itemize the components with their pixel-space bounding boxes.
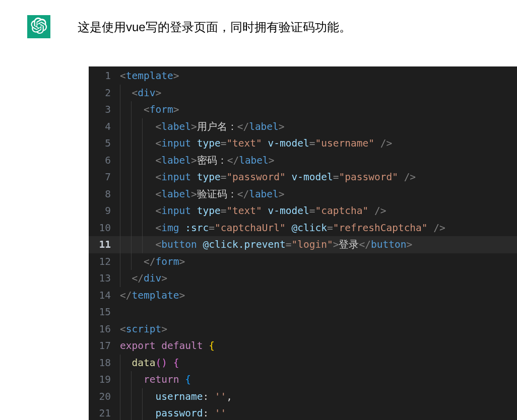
code-content[interactable]: </div> [120,270,517,287]
code-content[interactable]: <input type="text" v-model="captcha" /> [120,202,517,220]
token-tag: template [126,70,173,82]
token-punct: </ [237,188,249,200]
code-content[interactable]: <script> [120,321,517,338]
code-line[interactable]: 9 <input type="text" v-model="captcha" /… [89,202,517,220]
code-line[interactable]: 11 <button @click.prevent="login">登录</bu… [89,236,517,253]
token-punct: /> [433,222,445,234]
line-number: 11 [89,236,120,253]
code-content[interactable]: <template> [120,67,517,85]
code-line[interactable]: 1<template> [89,67,517,85]
token-attr: v-model [292,171,333,183]
token-punct: > [269,155,275,166]
token-txt [262,137,268,149]
token-punct: </ [144,256,155,267]
code-line[interactable]: 19 return { [89,371,517,388]
code-content[interactable]: </form> [120,253,517,270]
code-line[interactable]: 21 password: '' [89,405,517,420]
code-content[interactable]: export default { [120,337,517,355]
indent-pad [120,407,155,419]
token-punct: > [279,188,285,200]
code-block[interactable]: 1<template>2 <div>3 <form>4 <label>用户名：<… [89,66,517,420]
token-txt [191,205,197,217]
indent-guide [120,152,120,169]
code-content[interactable]: data() { [120,355,517,372]
code-line[interactable]: 6 <label>密码：</label> [89,152,517,169]
token-tag: form [155,256,179,267]
code-content[interactable]: <label>验证码：</label> [120,186,517,203]
line-number: 10 [89,220,120,237]
indent-pad [120,137,155,149]
indent-guide [131,388,132,405]
token-tag: label [161,121,191,132]
code-line[interactable]: 13 </div> [89,270,517,287]
code-line[interactable]: 16<script> [89,321,517,338]
token-punct: = [221,205,227,217]
code-line[interactable]: 18 data() { [89,355,517,372]
code-line[interactable]: 5 <input type="text" v-model="username" … [89,135,517,152]
line-number: 21 [89,405,120,420]
token-tag: label [239,155,269,166]
indent-guide [142,388,143,405]
indent-guide [131,118,132,135]
code-content[interactable]: password: '' [120,405,517,420]
token-str: "captcha" [315,205,369,217]
token-txt: 用户名： [197,121,237,132]
token-punct: </ [120,290,132,301]
indent-guide [142,220,143,237]
token-brace: { [209,340,215,352]
token-var: username [155,391,203,402]
code-line[interactable]: 2 <div> [89,85,517,102]
code-line[interactable]: 15 [89,304,517,321]
code-line[interactable]: 8 <label>验证码：</label> [89,186,517,203]
indent-guide [142,202,143,220]
code-content[interactable]: <button @click.prevent="login">登录</butto… [120,236,517,253]
code-line[interactable]: 7 <input type="password" v-model="passwo… [89,169,517,186]
token-punct: < [155,239,161,250]
token-punct: > [161,323,167,335]
indent-guide [131,152,132,169]
code-content[interactable]: </template> [120,287,517,304]
token-attr: v-model [268,205,309,217]
code-content[interactable]: <input type="text" v-model="username" /> [120,135,517,152]
code-content[interactable]: <label>密码：</label> [120,152,517,169]
code-line[interactable]: 14</template> [89,287,517,304]
token-str: "password" [339,171,398,183]
token-brace3: { [185,374,191,385]
token-punct: </ [237,121,249,132]
token-punct: > [191,188,197,200]
indent-guide [142,118,143,135]
indent-pad [120,171,155,183]
code-content[interactable]: return { [120,371,517,388]
indent-guide [131,186,132,203]
token-punct: < [120,70,126,82]
code-content[interactable]: <form> [120,101,517,118]
assistant-message-text[interactable]: 这是使用vue写的登录页面，同时拥有验证码功能。 [78,15,351,36]
token-txt: 登录 [339,239,359,250]
code-line[interactable]: 3 <form> [89,101,517,118]
token-str: "text" [226,137,262,149]
line-number: 4 [89,118,120,135]
token-str: "password" [226,171,285,183]
indent-pad [120,205,155,217]
code-content[interactable]: username: '', [120,388,517,405]
indent-guide [120,169,120,186]
code-line[interactable]: 10 <img :src="captchaUrl" @click="refres… [89,220,517,237]
token-punct: </ [359,239,370,250]
token-punct: = [327,222,333,234]
code-content[interactable]: <div> [120,85,517,102]
code-content[interactable]: <img :src="captchaUrl" @click="refreshCa… [120,220,517,237]
token-attr: type [197,205,221,217]
indent-guide [120,405,120,420]
openai-logo-icon [30,17,47,36]
code-line[interactable]: 17export default { [89,337,517,355]
indent-guide [120,85,120,102]
indent-guide [131,135,132,152]
token-punct: > [191,121,197,132]
code-line[interactable]: 20 username: '', [89,388,517,405]
code-line[interactable]: 12 </form> [89,253,517,270]
code-content[interactable]: <input type="password" v-model="password… [120,169,517,186]
token-tag: input [161,205,191,217]
token-punct: > [179,290,185,301]
code-content[interactable]: <label>用户名：</label> [120,118,517,135]
code-line[interactable]: 4 <label>用户名：</label> [89,118,517,135]
